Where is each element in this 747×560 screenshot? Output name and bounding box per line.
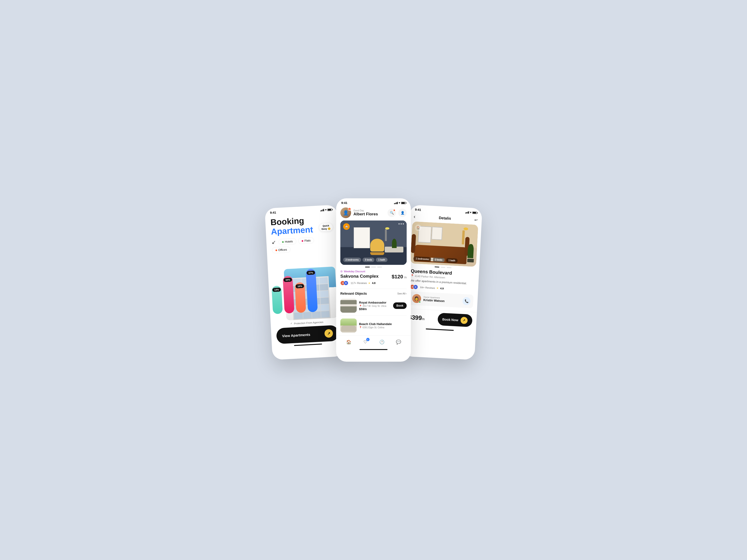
pill-flats[interactable]: Flats	[298, 237, 314, 244]
home-indicator-1	[294, 344, 322, 346]
nav-favorites[interactable]: ♡ 2	[361, 338, 369, 346]
property-icon: 🏠	[343, 223, 350, 230]
chat-icon: 💬	[396, 340, 401, 345]
nav-messages[interactable]: 💬	[394, 338, 403, 346]
relevant-info-1: Royal Ambassador 📍 3517 W. Gray St. Utic…	[359, 301, 391, 311]
signal-3	[465, 211, 469, 213]
phone-2-content: 👤 1 Good Day Albert Flores 🔍 👤	[336, 206, 411, 350]
indicator-1	[365, 267, 370, 267]
detail-info: Queens Boulevard 📍 4140 Parker Rd. Allen…	[405, 267, 479, 312]
star-icon: ★	[368, 282, 370, 285]
bar-3: 16%	[295, 282, 306, 313]
details-title: Detalis	[439, 216, 451, 221]
status-icons-2: ▾	[394, 202, 406, 205]
pill-offices-label: Offices	[278, 248, 287, 252]
time-2: 9:41	[341, 201, 347, 205]
book-now-button[interactable]: Book Now ↗	[437, 313, 472, 327]
bar-2: 34%	[283, 276, 294, 314]
category-pills: ↙ Hotels Flats Offices	[272, 236, 334, 254]
header-icons: 🔍 👤	[387, 209, 407, 217]
battery-1	[327, 208, 332, 211]
home-icon: 🏠	[346, 340, 351, 345]
listing-info: ◎ Weekday Discount Sakvona Complex $120 …	[336, 268, 411, 288]
detail-star-icon: ★	[436, 287, 439, 290]
relevant-img-1	[340, 299, 357, 313]
bar-label-1: 14%	[273, 288, 281, 292]
wifi-2: ▾	[399, 202, 400, 205]
listing-main: Sakvona Complex $120 /n	[340, 274, 407, 280]
pill-hotels-label: Hotels	[285, 240, 293, 244]
share-button[interactable]: ↩	[474, 217, 478, 222]
bar-1: 14%	[272, 286, 283, 314]
listing-name: Sakvona Complex	[340, 274, 379, 279]
status-bar-2: 9:41 ▾	[336, 198, 411, 206]
divider-1	[340, 289, 407, 289]
more-options[interactable]	[398, 223, 404, 224]
view-arrow-icon: ↗	[324, 329, 333, 338]
bar-label-4: 37%	[307, 271, 315, 275]
pill-offices[interactable]: Offices	[272, 246, 290, 254]
signal-1	[320, 209, 324, 211]
see-all-button[interactable]: See All ›	[397, 292, 407, 295]
relevant-item-2[interactable]: Beach Club Hallandale 📍 6391 Elgin St. C…	[336, 317, 411, 335]
detail-footer: $399/n Book Now ↗	[404, 309, 477, 329]
phone-1-content: Quick Easy 😊 Booking Apartment ↙ Hotels …	[265, 212, 345, 358]
reviewer-2: B	[344, 281, 348, 285]
view-apartments-button[interactable]: View Apartments ↗	[276, 325, 339, 344]
nav-home[interactable]: 🏠	[344, 338, 353, 346]
discount-badge: ◎ Weekday Discount	[340, 270, 407, 273]
detail-ind-2	[441, 267, 445, 268]
relevant-info-2: Beach Club Hallandale 📍 6391 Elgin St. C…	[359, 322, 407, 329]
quick-easy-badge: Quick Easy 😊	[319, 222, 333, 232]
protection-text: ✓ Protection From Agencies	[276, 320, 338, 326]
profile-button[interactable]: 👤	[398, 209, 407, 217]
user-greeting: Good Day Albert Flores	[351, 209, 387, 216]
detail-badge-beds: 2 beds	[433, 257, 445, 263]
time-1: 9:41	[270, 211, 276, 214]
detail-review-count: 64+ Reviews	[420, 286, 435, 289]
owner-info: Owner Apartment Kristin Watson	[423, 296, 460, 303]
detail-review-avatars: A B	[410, 285, 417, 289]
bar-label-3: 16%	[295, 284, 304, 288]
search-button[interactable]: 🔍	[387, 209, 396, 217]
relevant-item-1[interactable]: Royal Ambassador 📍 3517 W. Gray St. Utic…	[336, 297, 411, 315]
back-button[interactable]: ‹	[413, 213, 415, 219]
book-now-arrow-icon: ↗	[460, 317, 468, 324]
relevant-addr-1: 📍 3517 W. Gray St. Utica	[359, 305, 391, 307]
badge-bath: 1 bath	[376, 258, 387, 262]
book-button-1[interactable]: Book	[393, 302, 407, 309]
listing-header: 👤 1 Good Day Albert Flores 🔍 👤	[336, 206, 411, 220]
phone-listing: 9:41 ▾ 👤 1	[336, 198, 411, 362]
nav-history[interactable]: 🕐	[378, 338, 386, 346]
bottom-navigation: 🏠 ♡ 2 🕐 💬	[336, 335, 411, 347]
call-button[interactable]: 📞	[462, 297, 471, 305]
detail-ind-3	[447, 267, 452, 268]
pill-hotels[interactable]: Hotels	[279, 238, 297, 245]
phone-3-content: ‹ Detalis ↩	[404, 212, 482, 332]
rating-value: 4.8	[372, 282, 376, 285]
indicator-2	[371, 267, 376, 267]
owner-card: 👩 Owner Apartment Kristin Watson 📞	[409, 291, 474, 308]
detail-property-card[interactable]: 🏠 1 bedrooms 2 beds 1 bath	[410, 221, 478, 267]
reviews-row: A B 117+ Reviews ★ 4.8	[340, 281, 407, 285]
bar-label-2: 34%	[283, 278, 292, 282]
search-notification-dot	[393, 210, 395, 211]
review-avatars: A B	[340, 281, 347, 285]
relevant-section-header: Relevant Objects See All ›	[336, 290, 411, 297]
property-badges: 2 bedrooms 3 beds 1 bath	[343, 258, 387, 262]
relevant-addr-2: 📍 6391 Elgin St. Celina	[359, 326, 407, 329]
phone-booking: 9:41 ▾ Quick Easy 😊 Booking	[265, 205, 345, 360]
detail-rating-value: 4.9	[440, 287, 444, 290]
detail-badge-bedrooms: 1 bedrooms	[413, 256, 431, 262]
phone-details: 9:41 ▾ ‹ Detalis ↩	[402, 205, 483, 360]
user-name: Albert Flores	[354, 212, 387, 216]
badge-beds: 3 beds	[363, 258, 375, 262]
detail-ind-1	[435, 266, 439, 267]
review-count: 117+ Reviews	[351, 282, 367, 285]
greeting-text: Good Day	[354, 209, 387, 212]
relevant-img-2	[340, 319, 357, 332]
detail-badge-bath: 1 bath	[446, 258, 458, 263]
clock-icon: 🕐	[379, 340, 384, 345]
detail-reviews: A B 64+ Reviews ★ 4.9	[410, 285, 474, 292]
property-card[interactable]: 🏠 2 bedrooms 3 beds 1 bath	[340, 220, 407, 265]
